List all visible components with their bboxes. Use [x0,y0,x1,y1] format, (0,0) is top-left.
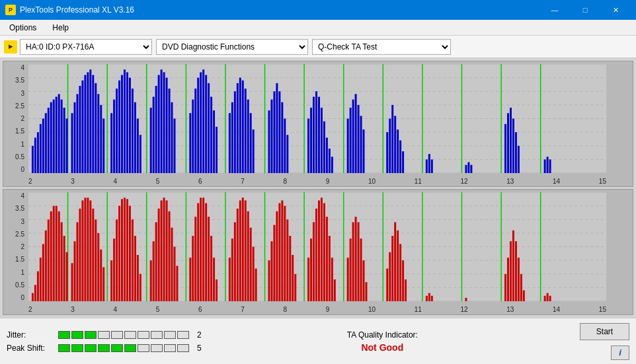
svg-rect-260 [360,238,362,301]
svg-rect-223 [231,238,233,301]
top-chart: 4 3.5 3 2.5 2 1.5 1 0.5 0 [3,61,633,187]
svg-rect-47 [100,105,102,173]
svg-rect-44 [92,75,94,174]
svg-rect-178 [79,209,81,301]
svg-rect-27 [45,113,47,173]
svg-rect-41 [84,75,86,174]
svg-rect-22 [32,146,34,173]
svg-rect-55 [126,72,128,173]
svg-rect-284 [547,293,549,301]
svg-rect-91 [253,129,255,173]
maximize-button[interactable]: □ [570,0,600,20]
minimize-button[interactable]: — [539,0,570,20]
svg-rect-79 [210,97,212,174]
svg-rect-220 [213,258,215,301]
svg-rect-263 [386,269,388,302]
svg-rect-177 [77,222,79,301]
drive-icon: ▶ [4,40,17,54]
svg-rect-265 [391,236,393,301]
test-select[interactable]: Q-Check TA Test [312,39,451,55]
svg-rect-240 [286,219,288,301]
svg-rect-245 [310,238,312,301]
svg-rect-282 [523,291,525,302]
svg-rect-209 [173,247,175,302]
svg-rect-81 [216,127,218,173]
svg-rect-251 [326,217,328,301]
svg-rect-239 [284,206,286,301]
svg-rect-204 [161,200,163,301]
svg-rect-99 [286,135,288,173]
svg-rect-102 [313,97,315,174]
svg-rect-212 [192,236,194,301]
info-button[interactable]: i [611,346,629,360]
svg-rect-273 [431,296,433,301]
svg-rect-188 [110,260,112,301]
svg-rect-90 [250,113,252,173]
svg-rect-163 [37,272,39,301]
svg-rect-96 [278,91,280,173]
svg-rect-118 [389,119,391,174]
jitter-value: 2 [197,330,202,340]
menu-help[interactable]: Help [47,22,74,34]
drive-select[interactable]: HA:0 ID:0 PX-716A [20,39,152,55]
svg-rect-205 [163,198,165,301]
svg-rect-203 [158,209,160,301]
window-controls: — □ ✕ [539,0,631,20]
svg-rect-38 [77,94,79,173]
function-select[interactable]: DVD Diagnostic Functions [156,39,308,55]
jitter-seg-5 [111,331,123,339]
svg-rect-285 [549,296,551,301]
svg-rect-248 [318,200,320,301]
svg-rect-64 [158,75,160,174]
svg-rect-97 [281,102,283,173]
svg-rect-116 [363,129,365,173]
jitter-seg-9 [164,331,176,339]
jitter-bar [58,331,189,339]
svg-rect-26 [42,119,44,174]
svg-rect-37 [74,102,76,173]
svg-rect-95 [276,83,278,173]
svg-rect-280 [518,258,520,301]
svg-rect-199 [139,274,141,301]
svg-rect-235 [273,225,275,302]
svg-rect-164 [40,258,42,301]
svg-rect-117 [386,132,388,173]
svg-rect-127 [465,165,467,173]
svg-rect-77 [205,75,207,174]
peakshift-bar [58,344,189,352]
top-chart-inner [28,64,606,173]
svg-rect-233 [268,260,270,301]
svg-rect-186 [100,250,102,301]
svg-rect-275 [504,274,506,301]
svg-rect-78 [208,83,210,173]
svg-rect-262 [366,282,368,301]
svg-rect-50 [113,100,115,173]
jitter-seg-4 [98,331,110,339]
svg-rect-58 [134,102,136,173]
svg-rect-61 [150,108,152,173]
svg-rect-113 [355,94,357,173]
svg-rect-250 [323,203,325,302]
start-button[interactable]: Start [580,323,629,340]
svg-rect-171 [58,211,60,301]
svg-rect-184 [95,219,97,301]
svg-rect-80 [213,110,215,173]
svg-rect-193 [124,198,126,301]
svg-rect-166 [45,231,47,301]
svg-rect-213 [194,217,196,301]
svg-rect-129 [470,165,472,173]
svg-rect-85 [237,83,239,173]
menu-options[interactable]: Options [4,22,42,34]
svg-rect-224 [234,222,236,301]
svg-rect-31 [56,97,58,174]
svg-rect-272 [428,293,430,301]
svg-rect-48 [102,119,104,174]
svg-rect-190 [116,219,118,301]
svg-rect-63 [155,86,157,173]
svg-rect-66 [163,72,165,173]
svg-rect-119 [391,105,393,173]
jitter-label: Jitter: [7,330,53,340]
svg-rect-167 [48,219,50,301]
close-button[interactable]: ✕ [600,0,631,20]
svg-rect-32 [58,94,60,173]
